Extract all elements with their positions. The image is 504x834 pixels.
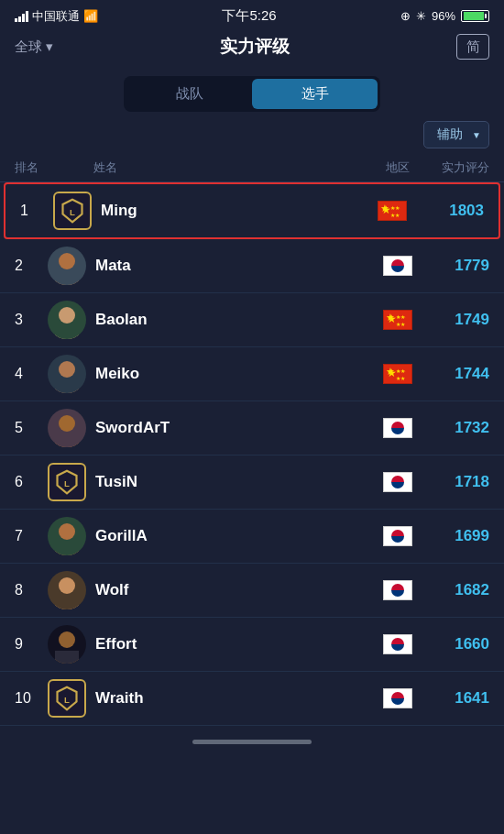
player-region	[370, 526, 425, 546]
svg-text:L: L	[70, 207, 75, 217]
table-row[interactable]: 8 Wolf1682	[0, 564, 504, 618]
player-name: GorillA	[95, 527, 370, 545]
flag-kr	[383, 418, 412, 438]
avatar-lcs: L	[48, 679, 86, 718]
filter-label: 辅助	[437, 126, 463, 143]
region-label: 全球	[15, 38, 42, 56]
bluetooth-icon: ✳	[416, 9, 426, 23]
player-region	[370, 580, 425, 600]
player-name: Ming	[101, 202, 365, 220]
player-rank: 6	[15, 474, 48, 490]
player-region	[370, 418, 425, 438]
svg-point-5	[59, 307, 75, 324]
header: 全球 ▾ 实力评级 简	[0, 28, 504, 67]
flag-kr	[383, 526, 412, 546]
column-headers: 排名 姓名 地区 实力评分	[0, 154, 504, 182]
table-row[interactable]: 2 Mata1779	[0, 239, 504, 293]
simplified-icon: 简	[466, 38, 480, 56]
table-row[interactable]: 5 SwordArT1732	[0, 401, 504, 455]
svg-point-8	[59, 361, 75, 378]
flag-cn: ★★★★★	[378, 201, 407, 221]
filter-row: 辅助	[0, 112, 504, 154]
player-name: Meiko	[95, 365, 370, 383]
player-name: Wraith	[95, 689, 370, 708]
player-region: ★★★★★	[370, 364, 425, 384]
kr-flag-circle	[391, 259, 404, 272]
player-score: 1779	[425, 257, 489, 275]
col-score-header: 实力评分	[425, 159, 489, 176]
player-rank: 7	[15, 528, 48, 544]
player-region	[370, 256, 425, 276]
avatar-photo	[48, 571, 86, 609]
table-row[interactable]: 4 Meiko★★★★★1744	[0, 347, 504, 401]
player-rank: 9	[15, 636, 48, 653]
player-name: SwordArT	[95, 419, 370, 437]
player-name: Mata	[95, 257, 370, 275]
svg-rect-10	[55, 380, 79, 393]
avatar-photo	[48, 247, 86, 285]
avatar-photo	[48, 301, 86, 339]
kr-flag-circle	[391, 584, 404, 597]
table-row[interactable]: 3 Baolan★★★★★1749	[0, 293, 504, 347]
tab-players[interactable]: 选手	[252, 79, 378, 109]
player-score: 1682	[425, 581, 489, 599]
player-score: 1803	[420, 202, 484, 220]
avatar-photo	[48, 355, 86, 393]
status-time: 下午5:26	[222, 7, 276, 25]
table-row[interactable]: 6 L TusiN1718	[0, 455, 504, 510]
svg-rect-7	[55, 326, 79, 339]
avatar-lcs: L	[53, 192, 92, 230]
col-name-header: 姓名	[48, 159, 370, 176]
tabs: 战队 选手	[124, 76, 380, 112]
svg-point-19	[59, 577, 75, 594]
signal-icon	[15, 11, 28, 22]
table-row[interactable]: 7 GorillA1699	[0, 510, 504, 564]
player-region	[370, 688, 425, 708]
player-score: 1699	[425, 527, 489, 545]
player-region: ★★★★★	[370, 310, 425, 330]
simplified-button[interactable]: 简	[456, 34, 489, 60]
role-filter-dropdown[interactable]: 辅助	[423, 121, 489, 148]
table-row[interactable]: 10 L Wraith1641	[0, 672, 504, 726]
player-score: 1744	[425, 365, 489, 383]
svg-rect-18	[55, 543, 79, 555]
svg-point-2	[59, 253, 75, 269]
kr-flag-circle	[391, 476, 404, 488]
player-rank: 4	[15, 366, 48, 382]
kr-flag-circle	[391, 422, 404, 434]
tabs-container: 战队 选手	[0, 67, 504, 112]
svg-point-16	[59, 523, 75, 540]
status-left: 中国联通 📶	[15, 8, 98, 25]
flag-cn: ★★★★★	[383, 310, 412, 330]
region-selector[interactable]: 全球 ▾	[15, 38, 53, 56]
bottom-bar	[0, 726, 504, 757]
flag-cn: ★★★★★	[383, 364, 412, 384]
flag-kr	[383, 634, 412, 654]
battery-label: 96%	[432, 9, 455, 23]
avatar-photo	[48, 517, 86, 555]
player-name: Baolan	[95, 311, 370, 329]
flag-kr	[383, 256, 412, 276]
player-score: 1660	[425, 635, 489, 653]
svg-text:L: L	[64, 695, 70, 705]
player-rank: 1	[20, 203, 53, 219]
svg-text:L: L	[64, 478, 70, 488]
svg-rect-13	[55, 434, 79, 447]
col-region-header: 地区	[370, 159, 425, 176]
player-name: Effort	[95, 635, 370, 653]
kr-flag-circle	[391, 530, 404, 543]
flag-kr	[383, 580, 412, 600]
table-row[interactable]: 1 L Ming★★★★★1803	[4, 182, 500, 239]
player-score: 1641	[425, 689, 489, 708]
kr-flag-circle	[391, 638, 404, 651]
home-indicator	[192, 740, 312, 744]
table-row[interactable]: 9 Effort1660	[0, 618, 504, 672]
tab-teams[interactable]: 战队	[126, 79, 252, 109]
player-score: 1732	[425, 419, 489, 437]
player-rank: 3	[15, 312, 48, 328]
player-rank: 8	[15, 582, 48, 598]
flag-kr	[383, 688, 412, 708]
kr-flag-circle	[391, 692, 404, 705]
avatar-lcs: L	[48, 463, 86, 501]
player-rank: 5	[15, 420, 48, 436]
